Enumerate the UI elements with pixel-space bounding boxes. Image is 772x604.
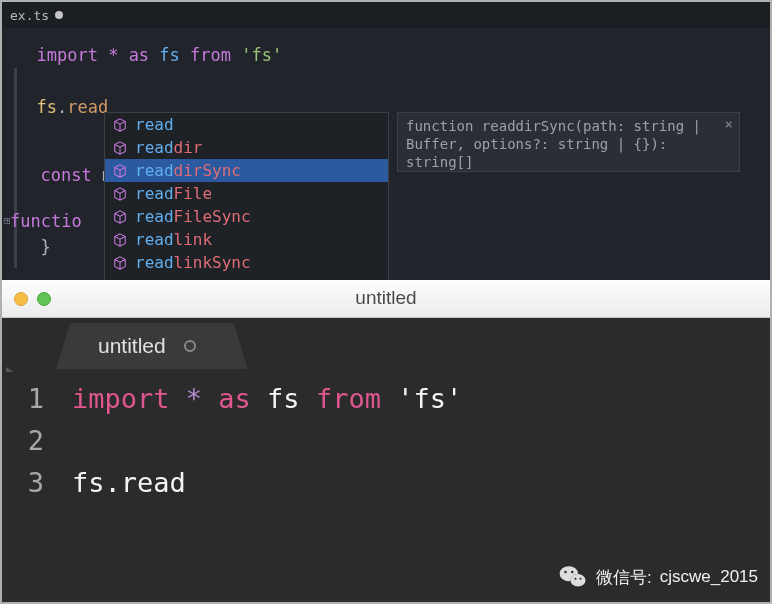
svg-point-2	[570, 574, 585, 587]
svg-point-5	[574, 578, 576, 580]
indent-guide	[14, 68, 17, 268]
suggestion-label: readFileSync	[135, 207, 251, 226]
svg-point-6	[579, 578, 581, 580]
token: fs	[267, 383, 316, 414]
code-line-5: }	[20, 234, 112, 260]
suggestion-label: read	[135, 115, 174, 134]
suggestion-item[interactable]: readdirSync	[105, 159, 388, 182]
method-icon	[113, 233, 127, 247]
code-line-1: import * as fs from 'fs'	[16, 42, 752, 68]
token: from	[316, 383, 397, 414]
suggestion-item[interactable]: readlink	[105, 228, 388, 251]
method-icon	[113, 256, 127, 270]
suggestion-item[interactable]: readdir	[105, 136, 388, 159]
line-number: 2	[2, 420, 44, 462]
method-icon	[113, 164, 127, 178]
background-code: const m functio }	[20, 162, 112, 260]
code-line	[72, 420, 462, 462]
line-number-gutter: 123	[2, 372, 56, 602]
suggestion-doc: function readdirSync(path: string | Buff…	[397, 112, 740, 172]
token: 'fs'	[397, 383, 462, 414]
suggestion-label: readdir	[135, 138, 202, 157]
line-number: 1	[2, 378, 44, 420]
method-icon	[113, 118, 127, 132]
token: *	[186, 383, 219, 414]
code-line: fs.read	[72, 462, 462, 504]
token: as	[129, 45, 160, 65]
code-line-blank	[16, 68, 752, 94]
second-editor-window: untitled untitled 123 import * as fs fro…	[2, 280, 770, 602]
code-line-3: const m	[20, 162, 112, 188]
suggestion-item[interactable]: readFile	[105, 182, 388, 205]
tab-dirty-indicator	[55, 11, 63, 19]
token: functio	[10, 211, 82, 231]
intellisense-row: readreaddirreaddirSyncreadFilereadFileSy…	[104, 112, 740, 280]
bottom-tab-dirty-indicator	[184, 340, 196, 352]
method-icon	[113, 187, 127, 201]
token: fs	[36, 97, 56, 117]
editor-dark-area: untitled 123 import * as fs from 'fs' fs…	[2, 318, 770, 602]
token: import	[36, 45, 108, 65]
svg-point-3	[564, 571, 567, 574]
vscode-tab[interactable]: ex.ts	[2, 5, 75, 26]
code-line: import * as fs from 'fs'	[72, 378, 462, 420]
watermark-prefix: 微信号:	[596, 566, 652, 589]
token: fs	[159, 45, 190, 65]
suggestion-label: readlink	[135, 230, 212, 249]
code-line-4: functio	[10, 208, 112, 234]
svg-point-4	[571, 571, 574, 574]
token: fs.read	[72, 467, 186, 498]
tab-label: ex.ts	[10, 8, 49, 23]
token: .	[57, 97, 67, 117]
watermark: 微信号: cjscwe_2015	[558, 562, 758, 592]
token: *	[108, 45, 128, 65]
vscode-editor-pane: ex.ts import * as fs from 'fs' fs.read c…	[2, 2, 770, 280]
token: read	[67, 97, 108, 117]
line-number: 3	[2, 462, 44, 504]
method-icon	[113, 141, 127, 155]
bottom-tab-label: untitled	[98, 334, 166, 358]
method-icon	[113, 210, 127, 224]
suggestion-label: readdirSync	[135, 161, 241, 180]
token: as	[218, 383, 267, 414]
token: 'fs'	[241, 45, 282, 65]
bottom-tabbar: untitled	[2, 318, 770, 372]
doc-text: function readdirSync(path: string | Buff…	[406, 118, 701, 170]
watermark-id: cjscwe_2015	[660, 567, 758, 587]
suggestion-list[interactable]: readreaddirreaddirSyncreadFilereadFileSy…	[104, 112, 389, 280]
suggestion-item[interactable]: read	[105, 113, 388, 136]
token: }	[40, 237, 50, 257]
suggestion-label: readlinkSync	[135, 253, 251, 272]
code-area[interactable]: import * as fs from 'fs' fs.read	[56, 372, 462, 602]
token: from	[190, 45, 241, 65]
wechat-icon	[558, 562, 588, 592]
token: import	[72, 383, 186, 414]
vscode-tabbar: ex.ts	[2, 2, 770, 28]
window-titlebar: untitled	[2, 280, 770, 318]
suggestion-item[interactable]: readFileSync	[105, 205, 388, 228]
bottom-tab[interactable]: untitled	[62, 320, 248, 372]
suggestion-item[interactable]: readlinkSync	[105, 251, 388, 274]
suggestion-label: readFile	[135, 184, 212, 203]
window-title: untitled	[2, 287, 770, 309]
token: const	[40, 165, 101, 185]
code-editor[interactable]: import * as fs from 'fs' fs.read	[2, 28, 770, 120]
fold-icon[interactable]: ⊞	[4, 214, 11, 227]
close-icon[interactable]: ×	[725, 115, 733, 133]
